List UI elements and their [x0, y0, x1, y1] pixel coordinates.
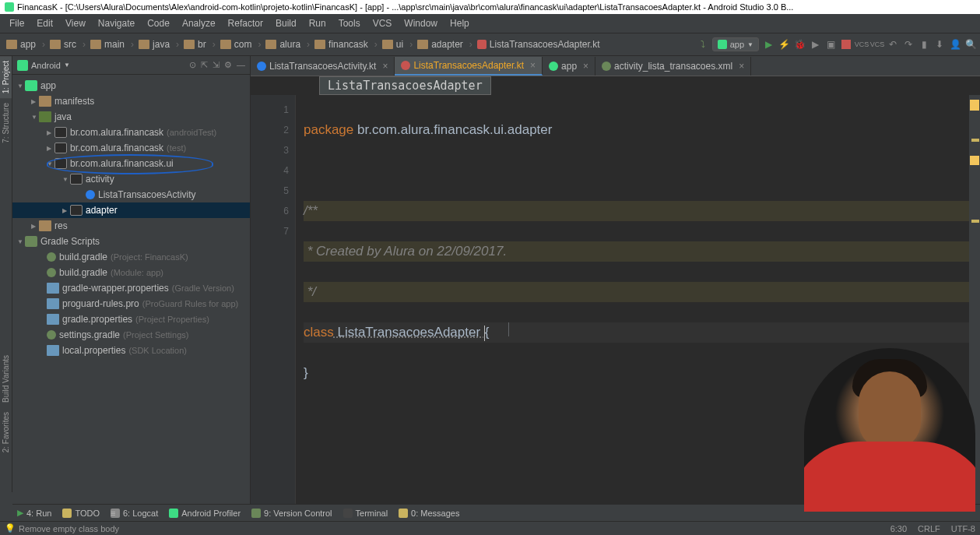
tree-gradle-props[interactable]: gradle.properties(Project Properties)	[12, 311, 250, 327]
tree-app-module[interactable]: ▼app	[12, 78, 250, 93]
run-config-selector[interactable]: app ▼	[712, 37, 759, 51]
attach-debugger-icon[interactable]: ▶	[809, 38, 821, 51]
tree-activity[interactable]: ▼activity	[12, 171, 250, 187]
menu-build[interactable]: Build	[269, 16, 303, 31]
debug-button[interactable]: 🐞	[793, 38, 806, 51]
settings-icon[interactable]: ⚙	[224, 60, 232, 70]
crumb-br[interactable]: br	[181, 37, 209, 51]
tree-manifests[interactable]: ▶manifests	[12, 93, 250, 109]
tree-gradle-scripts[interactable]: ▼Gradle Scripts	[12, 234, 250, 249]
expand-all-icon[interactable]: ⇲	[213, 60, 220, 70]
make-project-icon[interactable]: ⤵	[697, 38, 709, 51]
menu-view[interactable]: View	[59, 16, 92, 31]
close-icon[interactable]: ×	[530, 60, 536, 71]
menu-code[interactable]: Code	[141, 16, 176, 31]
apply-changes-icon[interactable]: ⚡	[778, 38, 790, 51]
menu-edit[interactable]: Edit	[30, 16, 59, 31]
android-view-icon	[17, 60, 28, 71]
stop-button[interactable]	[840, 38, 852, 51]
warning-marker[interactable]	[970, 156, 979, 165]
forward-icon[interactable]: ↷	[902, 38, 915, 51]
menu-tools[interactable]: Tools	[332, 16, 367, 31]
tree-build-gradle-project[interactable]: build.gradle(Project: FinancasK)	[12, 249, 250, 265]
status-encoding[interactable]: UTF-8	[951, 524, 975, 533]
menu-run[interactable]: Run	[303, 16, 332, 31]
collapse-all-icon[interactable]: ⇱	[201, 60, 208, 70]
avd-manager-icon[interactable]: ▮	[918, 38, 930, 51]
crumb-financask[interactable]: financask	[311, 37, 371, 51]
crumb-ui[interactable]: ui	[379, 37, 406, 51]
edge-tab-structure[interactable]: 7: Structure	[0, 98, 12, 148]
edge-tab-favorites[interactable]: 2: Favorites	[0, 407, 12, 457]
edge-tab-project[interactable]: 1: Project	[0, 56, 12, 98]
tree-res[interactable]: ▶res	[12, 218, 250, 234]
back-icon[interactable]: ↶	[887, 38, 899, 51]
menu-file[interactable]: File	[3, 16, 30, 31]
crumb-main[interactable]: main	[87, 37, 128, 51]
crumb-java[interactable]: java	[135, 37, 173, 51]
analysis-status-icon[interactable]	[970, 100, 979, 111]
hide-panel-icon[interactable]: —	[237, 60, 245, 70]
tab-lista-adapter[interactable]: ListaTransacoesAdapter.kt×	[395, 57, 543, 76]
menu-refactor[interactable]: Refactor	[222, 16, 269, 31]
tree-pkg-androidtest[interactable]: ▶br.com.alura.financask(androidTest)	[12, 125, 250, 140]
crumb-alura[interactable]: alura	[262, 37, 304, 51]
menu-help[interactable]: Help	[444, 16, 476, 31]
tool-todo[interactable]: TODO	[62, 509, 100, 518]
tree-pkg-test[interactable]: ▶br.com.alura.financask(test)	[12, 140, 250, 156]
warning-marker[interactable]	[971, 139, 979, 142]
tree-java[interactable]: ▼java	[12, 109, 250, 125]
window-title: FinancasK - [C:\Users\Alura\Documents\Al…	[17, 2, 793, 12]
crumb-file[interactable]: ListaTransacoesAdapter.kt	[474, 37, 603, 51]
search-everywhere-icon[interactable]: 🔍	[964, 38, 977, 51]
menu-analyze[interactable]: Analyze	[176, 16, 222, 31]
tree-lista-activity[interactable]: ListaTransacoesActivity	[12, 187, 250, 202]
close-icon[interactable]: ×	[382, 61, 388, 72]
vcs-update-icon[interactable]: VCS	[855, 38, 868, 51]
tab-app[interactable]: app×	[543, 57, 595, 76]
warning-marker[interactable]	[971, 220, 979, 223]
status-line-separator[interactable]: CRLF	[918, 524, 940, 533]
crumb-app[interactable]: app	[3, 37, 39, 51]
status-caret-position[interactable]: 6:30	[890, 524, 907, 533]
assistant-icon[interactable]: 👤	[949, 38, 961, 51]
tool-messages[interactable]: 0: Messages	[399, 509, 459, 518]
edge-tab-build-variants[interactable]: Build Variants	[0, 350, 12, 407]
tree-gradle-wrapper[interactable]: gradle-wrapper.properties(Gradle Version…	[12, 280, 250, 296]
menu-window[interactable]: Window	[398, 16, 444, 31]
menu-navigate[interactable]: Navigate	[92, 16, 141, 31]
close-icon[interactable]: ×	[583, 61, 588, 72]
gutter[interactable]: 1 2 3 4 5 6 7	[251, 95, 296, 504]
close-icon[interactable]: ×	[739, 61, 744, 72]
tree-pkg-ui[interactable]: ▼br.com.alura.financask.ui	[12, 156, 250, 171]
crumb-com[interactable]: com	[217, 37, 255, 51]
crumb-adapter[interactable]: adapter	[414, 37, 466, 51]
project-view-selector[interactable]: Android	[31, 61, 61, 70]
tree-local-props[interactable]: local.properties(SDK Location)	[12, 343, 250, 358]
tool-terminal[interactable]: Terminal	[343, 509, 388, 518]
tool-run[interactable]: ▶4: Run	[17, 508, 51, 518]
webcam-overlay	[804, 348, 975, 512]
tool-vcs[interactable]: 9: Version Control	[251, 509, 332, 518]
tab-activity-xml[interactable]: activity_lista_transacoes.xml×	[595, 57, 751, 76]
tool-profiler[interactable]: Android Profiler	[169, 509, 241, 518]
class-crumb[interactable]: ListaTransacoesAdapter	[319, 76, 491, 95]
vcs-commit-icon[interactable]: VCS	[871, 38, 883, 51]
tool-logcat[interactable]: ≡6: Logcat	[111, 509, 158, 518]
scroll-from-source-icon[interactable]: ⊙	[189, 60, 196, 70]
crumb-src[interactable]: src	[47, 37, 79, 51]
project-tree[interactable]: ▼app ▶manifests ▼java ▶br.com.alura.fina…	[12, 75, 250, 504]
tree-proguard[interactable]: proguard-rules.pro(ProGuard Rules for ap…	[12, 296, 250, 311]
tree-adapter[interactable]: ▶adapter	[12, 202, 250, 218]
tree-settings-gradle[interactable]: settings.gradle(Project Settings)	[12, 327, 250, 343]
tab-lista-activity[interactable]: ListaTransacoesActivity.kt×	[251, 57, 395, 76]
status-hint-icon[interactable]: 💡	[5, 523, 16, 533]
tree-build-gradle-app[interactable]: build.gradle(Module: app)	[12, 265, 250, 280]
menu-vcs[interactable]: VCS	[367, 16, 399, 31]
sdk-manager-icon[interactable]: ⬇	[933, 38, 946, 51]
coverage-icon[interactable]: ▣	[824, 38, 837, 51]
navigation-toolbar: app› src› main› java› br› com› alura› fi…	[0, 33, 980, 56]
editor-breadcrumb: ListaTransacoesAdapter	[251, 76, 980, 95]
status-hint[interactable]: Remove empty class body	[19, 524, 119, 533]
run-button[interactable]: ▶	[762, 38, 775, 51]
